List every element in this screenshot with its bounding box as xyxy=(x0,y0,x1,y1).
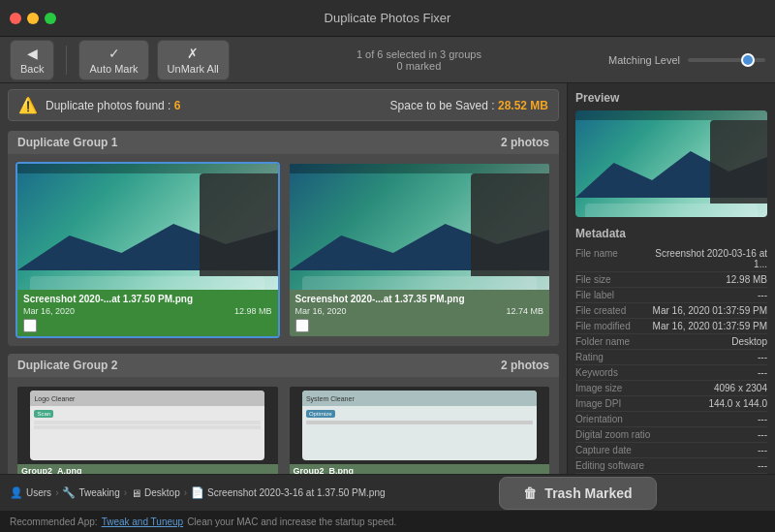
photo-card-3[interactable]: Logo Cleaner Scan Group2_A.png xyxy=(16,385,280,474)
back-label: Back xyxy=(20,63,44,75)
right-panel: Preview Metadata File nameScreenshot 202… xyxy=(567,83,775,474)
recommended-desc: Clean your MAC and increase the startup … xyxy=(187,516,396,527)
photo-meta-2: Mar 16, 2020 12.74 MB xyxy=(295,306,544,316)
trash-marked-button[interactable]: 🗑 Trash Marked xyxy=(499,477,656,510)
meta-value: --- xyxy=(758,460,767,471)
meta-value: Desktop xyxy=(731,336,767,347)
metadata-row: Rating--- xyxy=(575,350,767,365)
titlebar: Duplicate Photos Fixer xyxy=(0,0,775,37)
meta-value: 4096 x 2304 xyxy=(714,383,767,393)
path-icon: 🔧 xyxy=(62,486,76,499)
path-icon: 🖥 xyxy=(131,487,141,499)
metadata-row: Orientation--- xyxy=(575,412,767,427)
window-title: Duplicate Photos Fixer xyxy=(325,11,451,25)
metadata-row: File modifiedMar 16, 2020 01:37:59 PM xyxy=(575,319,767,334)
photo-info-1: Screenshot 2020-...at 1.37.50 PM.png Mar… xyxy=(17,290,278,336)
toolbar: ◀ Back ✓ Auto Mark ✗ UnMark All 1 of 6 s… xyxy=(0,37,775,83)
meta-label: Rating xyxy=(575,352,604,362)
trash-btn-container: 🗑 Trash Marked xyxy=(390,477,765,510)
matching-level-slider[interactable] xyxy=(688,58,765,62)
photo-checkbox-1[interactable] xyxy=(23,319,37,332)
metadata-row: Capture date--- xyxy=(575,443,767,458)
meta-label: File created xyxy=(575,305,626,316)
path-item[interactable]: 🖥Desktop xyxy=(131,487,180,499)
meta-label: Folder name xyxy=(575,336,630,347)
recommended-app-link[interactable]: Tweak and Tuneup xyxy=(102,516,184,527)
minimize-button[interactable] xyxy=(27,13,39,24)
path-icon: 👤 xyxy=(10,486,23,499)
zoom-button[interactable] xyxy=(45,13,56,24)
toolbar-separator xyxy=(66,46,67,75)
path-item[interactable]: 📄Screenshot 2020-3-16 at 1.37.50 PM.png xyxy=(191,486,385,499)
photo-thumb-4: System Cleaner Optimize xyxy=(290,387,550,464)
trash-label: Trash Marked xyxy=(544,485,632,501)
path-item[interactable]: 🔧Tweaking xyxy=(62,486,119,499)
meta-label: File modified xyxy=(575,321,631,331)
matching-level-control: Matching Level xyxy=(608,54,765,66)
metadata-row: Image DPI144.0 x 144.0 xyxy=(575,396,767,412)
photo-card-2[interactable]: Screenshot 2020-...at 1.37.35 PM.png Mar… xyxy=(288,162,552,338)
recommended-bar: Recommended App: Tweak and Tuneup Clean … xyxy=(0,511,775,532)
metadata-row: Folder nameDesktop xyxy=(575,334,767,350)
photo-size-1: 12.98 MB xyxy=(234,306,272,316)
group-1-title: Duplicate Group 1 xyxy=(17,136,117,149)
path-icon: 📄 xyxy=(191,486,204,499)
finder-path: 👤Users›🔧Tweaking›🖥Desktop›📄Screenshot 20… xyxy=(10,486,385,499)
meta-label: Keywords xyxy=(575,367,618,378)
meta-value: --- xyxy=(758,429,767,440)
back-button[interactable]: ◀ Back xyxy=(10,40,54,80)
photo-thumb-3: Logo Cleaner Scan xyxy=(17,387,278,464)
recommended-label: Recommended App: xyxy=(10,516,98,527)
unmark-all-label: UnMark All xyxy=(168,63,219,75)
meta-value: --- xyxy=(758,414,767,424)
photo-meta-1: Mar 16, 2020 12.98 MB xyxy=(23,306,272,316)
duplicate-group-1: Duplicate Group 1 2 photos Sc xyxy=(8,131,559,346)
unmark-icon: ✗ xyxy=(187,46,199,61)
alert-bar: ⚠️ Duplicate photos found : 6 Space to b… xyxy=(8,89,559,121)
meta-label: File label xyxy=(575,290,614,300)
window-controls xyxy=(10,13,56,24)
path-item[interactable]: 👤Users xyxy=(10,486,51,499)
metadata-row: File nameScreenshot 2020-03-16 at 1... xyxy=(575,246,767,272)
toolbar-info: 1 of 6 selected in 3 groups 0 marked xyxy=(237,48,601,72)
auto-mark-label: Auto Mark xyxy=(89,63,138,75)
space-value: 28.52 MB xyxy=(498,99,548,112)
photo-size-2: 12.74 MB xyxy=(506,306,543,316)
path-label: Screenshot 2020-3-16 at 1.37.50 PM.png xyxy=(207,487,385,498)
unmark-all-button[interactable]: ✗ UnMark All xyxy=(157,40,230,80)
photo-name-2: Screenshot 2020-...at 1.37.35 PM.png xyxy=(295,294,544,304)
metadata-row: Keywords--- xyxy=(575,365,767,381)
metadata-row: File size12.98 MB xyxy=(575,272,767,288)
alert-count: 6 xyxy=(174,99,181,112)
path-label: Users xyxy=(26,487,51,498)
meta-value: 144.0 x 144.0 xyxy=(708,398,767,409)
path-separator: › xyxy=(55,487,58,498)
marked-info: 0 marked xyxy=(237,60,601,72)
group-2-header: Duplicate Group 2 2 photos xyxy=(8,354,559,377)
meta-label: Orientation xyxy=(575,414,623,424)
meta-value: Mar 16, 2020 01:37:59 PM xyxy=(653,321,767,331)
close-button[interactable] xyxy=(10,13,21,24)
back-icon: ◀ xyxy=(27,46,38,61)
meta-value: Mar 16, 2020 01:37:59 PM xyxy=(653,305,767,316)
trash-icon: 🗑 xyxy=(523,485,537,501)
preview-title: Preview xyxy=(575,91,767,105)
auto-mark-icon: ✓ xyxy=(108,46,120,61)
photo-card-4[interactable]: System Cleaner Optimize Group2_B.png xyxy=(288,385,552,474)
meta-value: --- xyxy=(758,367,767,378)
bottom-bar: 👤Users›🔧Tweaking›🖥Desktop›📄Screenshot 20… xyxy=(0,474,775,532)
space-info: Space to be Saved : 28.52 MB xyxy=(390,99,548,112)
path-separator: › xyxy=(184,487,187,498)
meta-label: Image size xyxy=(575,383,622,393)
photo-card-1[interactable]: Screenshot 2020-...at 1.37.50 PM.png Mar… xyxy=(16,162,280,338)
metadata-row: File createdMar 16, 2020 01:37:59 PM xyxy=(575,303,767,319)
auto-mark-button[interactable]: ✓ Auto Mark xyxy=(78,40,148,80)
meta-value: --- xyxy=(758,445,767,455)
meta-value: Screenshot 2020-03-16 at 1... xyxy=(651,248,767,269)
photo-checkbox-2[interactable] xyxy=(295,319,309,332)
metadata-row: Digital zoom ratio--- xyxy=(575,427,767,443)
left-panel: ⚠️ Duplicate photos found : 6 Space to b… xyxy=(0,83,567,474)
main-layout: ⚠️ Duplicate photos found : 6 Space to b… xyxy=(0,83,775,474)
metadata-rows: File nameScreenshot 2020-03-16 at 1...Fi… xyxy=(575,246,767,474)
group-2-count: 2 photos xyxy=(501,359,549,372)
